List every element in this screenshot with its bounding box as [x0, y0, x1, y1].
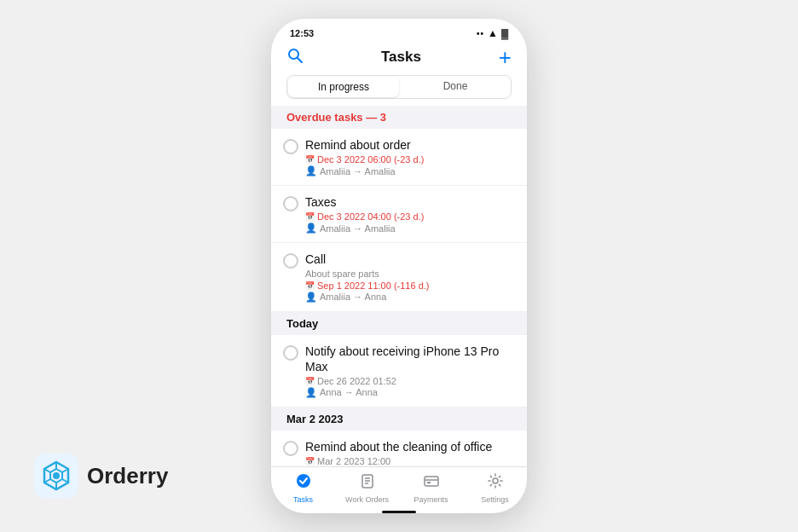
status-time: 12:53 — [290, 28, 314, 38]
status-icons: •• ▲ ▓ — [477, 27, 508, 39]
task-assignee: 👤 Amaliia → Amaliia — [305, 223, 512, 234]
calendar-icon: 📅 — [305, 212, 315, 221]
task-checkbox[interactable] — [283, 345, 298, 361]
nav-item-work-orders[interactable]: Work Orders — [335, 472, 399, 504]
task-date: 📅 Dec 3 2022 04:00 (-23 d.) — [305, 211, 512, 222]
task-checkbox[interactable] — [283, 441, 298, 456]
task-assignee: 👤 Anna → Anna — [305, 387, 512, 398]
tab-done[interactable]: Done — [400, 76, 511, 98]
task-body: Taxes 📅 Dec 3 2022 04:00 (-23 d.) 👤 Amal… — [305, 194, 512, 234]
orderry-logo-icon — [34, 454, 78, 498]
svg-point-12 — [297, 474, 310, 488]
task-checkbox[interactable] — [283, 139, 298, 154]
nav-label-payments: Payments — [413, 495, 448, 504]
tasks-nav-icon — [295, 472, 312, 494]
task-title: Remind about order — [305, 137, 512, 153]
nav-label-work-orders: Work Orders — [345, 495, 389, 504]
section-mar2023-header: Mar 2 2023 — [271, 408, 527, 431]
nav-label-settings: Settings — [481, 495, 509, 504]
task-title: Remind about the cleaning of office — [305, 439, 512, 454]
app-header: Tasks + — [271, 43, 527, 75]
settings-nav-icon — [487, 472, 504, 494]
task-assignee: 👤 Amaliia → Anna — [305, 292, 512, 303]
table-row[interactable]: Taxes 📅 Dec 3 2022 04:00 (-23 d.) 👤 Amal… — [271, 186, 527, 243]
bottom-nav: Tasks Work Orders Payments — [271, 466, 527, 507]
section-overdue-header: Overdue tasks — 3 — [271, 106, 527, 129]
tab-in-progress[interactable]: In progress — [288, 77, 399, 97]
calendar-icon: 📅 — [305, 155, 315, 164]
task-body: Remind about the cleaning of office 📅 Ma… — [305, 439, 512, 466]
tabs-row: In progress Done — [286, 75, 512, 99]
task-assignee: 👤 Amaliia → Amaliia — [305, 165, 512, 176]
status-bar: 12:53 •• ▲ ▓ — [271, 19, 527, 43]
task-list-content: Overdue tasks — 3 Remind about order 📅 D… — [271, 106, 527, 466]
task-date: 📅 Mar 2 2023 12:00 — [305, 456, 512, 466]
person-icon: 👤 — [305, 292, 317, 303]
task-date: 📅 Sep 1 2022 11:00 (-116 d.) — [305, 280, 512, 291]
task-subtitle: About spare parts — [305, 269, 512, 279]
home-indicator — [382, 511, 416, 513]
task-checkbox[interactable] — [283, 253, 298, 269]
payments-nav-icon — [423, 472, 440, 494]
branding-label: Orderry — [87, 463, 168, 489]
svg-point-20 — [493, 478, 498, 483]
calendar-icon: 📅 — [305, 281, 315, 290]
person-icon: 👤 — [305, 223, 317, 234]
table-row[interactable]: Remind about order 📅 Dec 3 2022 06:00 (-… — [271, 129, 527, 186]
page-title: Tasks — [381, 49, 421, 66]
task-date: 📅 Dec 26 2022 01:52 — [305, 376, 512, 386]
task-body: Call About spare parts 📅 Sep 1 2022 11:0… — [305, 252, 512, 302]
svg-rect-19 — [427, 482, 431, 483]
work-orders-nav-icon — [359, 472, 376, 494]
nav-label-tasks: Tasks — [293, 495, 313, 504]
nav-item-payments[interactable]: Payments — [399, 472, 463, 504]
task-title: Call — [305, 252, 512, 267]
nav-item-tasks[interactable]: Tasks — [271, 472, 335, 504]
svg-rect-17 — [425, 477, 438, 486]
table-row[interactable]: Remind about the cleaning of office 📅 Ma… — [271, 431, 527, 466]
calendar-icon: 📅 — [305, 457, 315, 466]
calendar-icon: 📅 — [305, 377, 315, 385]
task-checkbox[interactable] — [283, 196, 298, 211]
task-body: Remind about order 📅 Dec 3 2022 06:00 (-… — [305, 137, 512, 176]
section-today-header: Today — [271, 312, 527, 335]
svg-point-9 — [53, 472, 60, 479]
wifi-icon: ▲ — [488, 27, 498, 39]
table-row[interactable]: Call About spare parts 📅 Sep 1 2022 11:0… — [271, 243, 527, 311]
table-row[interactable]: Notify about receiving iPhone 13 Pro Max… — [271, 335, 527, 408]
nav-item-settings[interactable]: Settings — [463, 472, 527, 504]
task-title: Taxes — [305, 194, 512, 210]
battery-icon: ▓ — [501, 28, 508, 38]
search-icon[interactable] — [286, 47, 304, 68]
task-date: 📅 Dec 3 2022 06:00 (-23 d.) — [305, 154, 512, 165]
signal-icon: •• — [477, 29, 484, 38]
task-title: Notify about receiving iPhone 13 Pro Max — [305, 344, 512, 374]
person-icon: 👤 — [305, 387, 317, 398]
branding: Orderry — [34, 454, 168, 498]
task-body: Notify about receiving iPhone 13 Pro Max… — [305, 344, 512, 398]
person-icon: 👤 — [305, 165, 317, 176]
phone-shell: 12:53 •• ▲ ▓ Tasks + In progress Done Ov… — [271, 19, 527, 513]
svg-line-11 — [298, 58, 302, 62]
add-button[interactable]: + — [499, 46, 512, 68]
